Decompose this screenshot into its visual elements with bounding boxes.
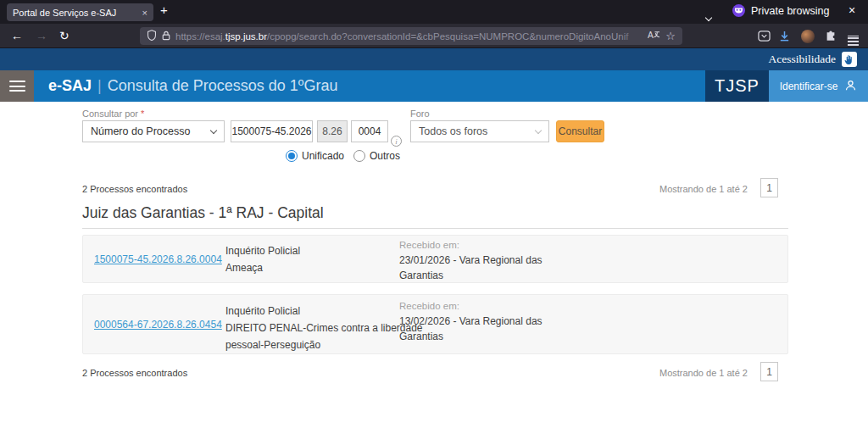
url-bar[interactable]: https://esaj.tjsp.jus.br/cpopg/search.do… xyxy=(140,27,682,45)
page-title: Consulta de Processos do 1ºGrau xyxy=(108,77,338,95)
foro-label: Foro xyxy=(410,108,430,119)
page-number-top[interactable]: 1 xyxy=(760,178,778,197)
process-number-link[interactable]: 1500075-45.2026.8.26.0004 xyxy=(94,253,222,265)
browser-nav-bar: ← → ↻ https://esaj.tjsp.jus.br/cpopg/sea… xyxy=(0,24,868,48)
brand-esaj: e-SAJ xyxy=(48,77,92,95)
reload-icon[interactable]: ↻ xyxy=(59,28,70,44)
app-header: e-SAJ | Consulta de Processos do 1ºGrau … xyxy=(0,70,868,102)
screen: Portal de Serviços e-SAJ × + Private bro… xyxy=(0,0,868,428)
foro-code-input[interactable]: 0004 xyxy=(351,120,388,142)
menu-icon[interactable] xyxy=(846,29,860,43)
window-close-icon[interactable]: × xyxy=(849,3,855,17)
private-browsing-label: Private browsing xyxy=(751,5,829,17)
radio-unificado[interactable] xyxy=(286,150,298,162)
tab-close-icon[interactable]: × xyxy=(142,8,147,18)
foro-value: Todos os foros xyxy=(419,125,487,137)
result-card: 1500075-45.2026.8.26.0004 Inquérito Poli… xyxy=(82,235,788,283)
tab-title: Portal de Serviços e-SAJ xyxy=(13,8,137,18)
lock-icon[interactable] xyxy=(162,29,170,44)
svg-text:A: A xyxy=(648,31,654,40)
radio-outros[interactable] xyxy=(353,150,365,162)
number-format-radios: Unificado Outros xyxy=(286,150,405,162)
search-type-value: Número do Processo xyxy=(91,125,190,137)
login-button[interactable]: Identificar-se xyxy=(769,70,868,102)
new-tab-button[interactable]: + xyxy=(160,3,168,17)
tab-list-chevron-icon[interactable] xyxy=(706,8,711,24)
result-count-bottom: 2 Processos encontrados xyxy=(82,368,187,378)
account-avatar[interactable] xyxy=(800,29,815,43)
group-heading: Juiz das Garantias - 1ª RAJ - Capital xyxy=(82,204,788,229)
search-type-select[interactable]: Número do Processo xyxy=(82,120,225,142)
showing-range-top: Mostrando de 1 até 2 xyxy=(659,184,748,194)
hamburger-menu-button[interactable] xyxy=(0,70,34,102)
url-scheme: https://esaj. xyxy=(175,31,225,42)
browser-tab[interactable]: Portal de Serviços e-SAJ × xyxy=(7,3,153,21)
person-icon xyxy=(844,79,857,94)
pocket-icon[interactable] xyxy=(757,29,771,43)
process-number-input[interactable]: 1500075-45.2026 xyxy=(231,120,313,142)
accessibility-bar: Acessibilidade xyxy=(0,48,868,70)
extensions-icon[interactable] xyxy=(823,29,837,43)
info-icon[interactable]: i xyxy=(391,136,402,147)
radio-unificado-label: Unificado xyxy=(302,150,344,162)
unified-code-field: 8.26 xyxy=(317,120,348,142)
browser-tab-bar: Portal de Serviços e-SAJ × + Private bro… xyxy=(0,0,868,24)
chevron-down-icon xyxy=(535,126,542,133)
translate-icon[interactable]: A xyxy=(648,29,660,44)
chevron-down-icon xyxy=(210,126,217,133)
showing-range-bottom: Mostrando de 1 até 2 xyxy=(659,368,748,378)
received-info: Recebido em: 23/01/2026 - Vara Regional … xyxy=(399,237,548,283)
radio-outros-label: Outros xyxy=(370,150,400,162)
url-domain: tjsp.jus.br xyxy=(225,31,267,42)
foro-select[interactable]: Todos os foros xyxy=(410,120,549,142)
url-text[interactable]: https://esaj.tjsp.jus.br/cpopg/search.do… xyxy=(175,31,643,42)
tjsp-logo: TJSP xyxy=(705,70,769,102)
app-title: e-SAJ | Consulta de Processos do 1ºGrau xyxy=(48,70,337,102)
received-label: Recebido em: xyxy=(399,237,548,253)
login-label: Identificar-se xyxy=(780,81,838,92)
accessibility-link[interactable]: Acessibilidade xyxy=(769,53,836,66)
page-number-bottom[interactable]: 1 xyxy=(760,362,778,381)
received-info: Recebido em: 13/02/2026 - Vara Regional … xyxy=(399,298,548,344)
private-mask-icon xyxy=(732,4,745,17)
process-number-link[interactable]: 0000564-67.2026.8.26.0454 xyxy=(94,319,222,331)
consultar-por-label: Consultar por * xyxy=(82,108,144,119)
consultar-button[interactable]: Consultar xyxy=(556,120,604,142)
private-browsing-badge: Private browsing xyxy=(732,4,829,17)
forward-icon: → xyxy=(36,28,47,44)
received-label: Recebido em: xyxy=(399,298,548,314)
back-icon[interactable]: ← xyxy=(11,28,23,44)
bookmark-star-icon[interactable]: ☆ xyxy=(665,30,676,42)
result-card: 0000564-67.2026.8.26.0454 Inquérito Poli… xyxy=(82,294,788,354)
search-results-page: Consultar por * Número do Processo 15000… xyxy=(0,102,868,428)
url-path: /cpopg/search.do?conversationId=&cbPesqu… xyxy=(267,31,628,42)
received-value: 23/01/2026 - Vara Regional das Garantias xyxy=(399,253,548,283)
received-value: 13/02/2026 - Vara Regional das Garantias xyxy=(399,314,548,344)
tracking-shield-icon[interactable] xyxy=(147,29,157,44)
brand-separator: | xyxy=(97,77,102,95)
required-asterisk: * xyxy=(141,108,144,119)
result-count-top: 2 Processos encontrados xyxy=(82,184,187,194)
downloads-icon[interactable] xyxy=(777,29,792,43)
libras-hand-icon[interactable] xyxy=(842,52,857,67)
